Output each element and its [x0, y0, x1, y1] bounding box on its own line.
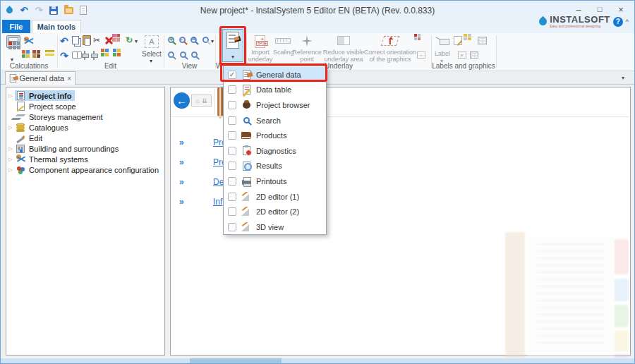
save-icon[interactable] [49, 5, 59, 16]
annotation-rect-general-data [220, 63, 327, 82]
edit-redo-icon[interactable]: ↷ [60, 51, 68, 61]
checkbox[interactable] [228, 101, 236, 109]
expand-arrow-icon[interactable]: ▷ [6, 146, 15, 152]
expand-arrow-icon[interactable]: ▷ [6, 93, 15, 99]
menu-item-results[interactable]: Results [224, 159, 326, 174]
data-table-icon [241, 84, 252, 95]
content-link-4[interactable]: Inf [213, 197, 222, 207]
checkbox[interactable] [228, 116, 236, 125]
instalsoft-logo: INSTALSOFT Easy and professional designi… [539, 15, 629, 28]
tab-main-tools[interactable]: Main tools [32, 20, 81, 33]
refresh-icon[interactable]: ↻ [126, 36, 133, 44]
new-document-icon[interactable] [78, 5, 88, 16]
brand-text: INSTALSOFT [550, 15, 610, 24]
label-edit-icon [454, 36, 462, 45]
tree-item-project-scope[interactable]: Project scope [6, 101, 79, 111]
expand-arrow-icon[interactable]: ▷ [6, 167, 15, 173]
printouts-icon [241, 176, 252, 187]
zoom-dropdown-icon[interactable]: ▾ [211, 39, 214, 44]
menu-item-search[interactable]: Search [224, 113, 326, 128]
storeys-icon [15, 112, 26, 122]
align-icon-1[interactable] [84, 51, 85, 60]
copy-icon[interactable] [72, 36, 79, 44]
edit-grid-icon-2[interactable] [104, 51, 104, 52]
pages-icon[interactable] [72, 51, 82, 59]
menu-item-2d-editor-1[interactable]: 2D editor (1) [224, 189, 326, 205]
checkbox[interactable] [228, 207, 236, 216]
tree-item-component-appearance[interactable]: ▷Component appearance configuration [6, 164, 162, 175]
zoom-in-icon[interactable]: + [168, 37, 174, 43]
tree-item-storeys-management[interactable]: Storeys management [6, 111, 106, 122]
select-label[interactable]: Select [139, 50, 164, 58]
collapse-ribbon-icon[interactable]: ^ [626, 18, 629, 25]
zoom-all-icon[interactable]: A [190, 37, 197, 43]
checkbox[interactable] [228, 223, 236, 231]
app-logo-icon[interactable] [4, 5, 14, 16]
checkbox[interactable] [228, 162, 236, 170]
checkbox[interactable] [228, 193, 236, 201]
scrollbar-thumb[interactable] [190, 358, 282, 364]
thermal-calc-icon[interactable] [24, 36, 34, 46]
help-icon[interactable]: ? [613, 17, 623, 27]
tab-list-dropdown-icon[interactable]: ▾ [622, 75, 624, 81]
status-bar [1, 358, 634, 363]
doc-tab-general-data[interactable]: General data × [5, 71, 75, 85]
checkbox[interactable] [228, 131, 236, 140]
tree-item-building[interactable]: ▷Building and surroundings [6, 143, 121, 154]
home-icon[interactable]: ⌂ [196, 97, 200, 104]
group-label-edit: Edit [57, 62, 164, 70]
pan-icon[interactable] [168, 51, 174, 58]
menu-item-3d-view[interactable]: 3D view [224, 219, 326, 235]
menu-item-products[interactable]: Products [224, 128, 326, 143]
tree-item-catalogues[interactable]: ▷Catalogues [6, 122, 71, 133]
select-icon[interactable]: A [145, 35, 159, 48]
panels-dropdown-menu: ✓General data Data table Project browser… [223, 66, 327, 235]
undo-icon[interactable]: ↶ [19, 5, 29, 16]
menu-item-2d-editor-2[interactable]: 2D editor (2) [224, 204, 326, 219]
reduce-underlay-button: Reduce visible underlay area [321, 49, 366, 63]
open-icon[interactable] [64, 5, 73, 16]
align-icon-2[interactable] [93, 51, 95, 60]
checkbox[interactable] [228, 147, 236, 155]
cut-icon[interactable]: ✂ [93, 36, 100, 44]
lg-small-icon-1: a: [458, 51, 466, 59]
tree-item-project-info[interactable]: ▷Project info [6, 90, 75, 101]
label-line-icon [435, 37, 449, 45]
paste-icon[interactable] [83, 35, 91, 45]
tab-file[interactable]: File [2, 20, 30, 33]
ribbon-tab-row: File Main tools INSTALSOFT Easy and prof… [1, 20, 634, 33]
checkbox[interactable] [228, 85, 236, 94]
catalogues-icon [15, 123, 26, 133]
zoom-extra-icon[interactable] [202, 37, 209, 43]
doc-tab-close-icon[interactable]: × [67, 75, 71, 83]
label-button: Label [433, 50, 452, 57]
correct-orientation-button: Correct orientation of the graphics [362, 49, 418, 63]
annotation-rect-panels-button [219, 26, 246, 65]
chevron-bullet: » [179, 197, 184, 207]
brand-tagline: Easy and professional designing [550, 25, 610, 28]
menu-item-data-table[interactable]: Data table [224, 83, 326, 98]
expand-icon[interactable]: ⇊ [202, 97, 207, 104]
redo-icon[interactable]: ↷ [34, 5, 44, 16]
calc-small-icon-2[interactable] [35, 53, 36, 54]
menu-item-diagnostics[interactable]: Diagnostics [224, 143, 326, 159]
calc-small-icon-1[interactable] [25, 53, 25, 54]
edit-grid-icon[interactable] [115, 37, 116, 37]
tree-item-thermal-systems[interactable]: ▷Thermal systems [6, 154, 91, 164]
back-button[interactable]: ← [174, 92, 190, 109]
logo-drop-icon [538, 16, 549, 28]
expand-arrow-icon[interactable]: ▷ [6, 157, 15, 162]
zoom-out-icon[interactable]: - [179, 37, 186, 43]
menu-item-printouts[interactable]: Printouts [224, 174, 326, 189]
zoom-prev-icon[interactable] [191, 51, 198, 58]
menu-item-project-browser[interactable]: Project browser [224, 97, 326, 113]
nav-shortcut-box[interactable]: ⌂⇊ [191, 95, 212, 107]
edit-grid-icon-3[interactable] [116, 51, 116, 52]
calculations-icon[interactable] [6, 35, 20, 48]
edit-undo-icon[interactable]: ↶ [60, 36, 68, 46]
zoom-window-icon[interactable] [180, 51, 186, 58]
expand-arrow-icon[interactable]: ▷ [6, 125, 15, 131]
checkbox[interactable] [228, 177, 236, 186]
refresh-dropdown-icon[interactable]: ▾ [135, 39, 138, 44]
tree-item-edit[interactable]: Edit [6, 133, 45, 143]
